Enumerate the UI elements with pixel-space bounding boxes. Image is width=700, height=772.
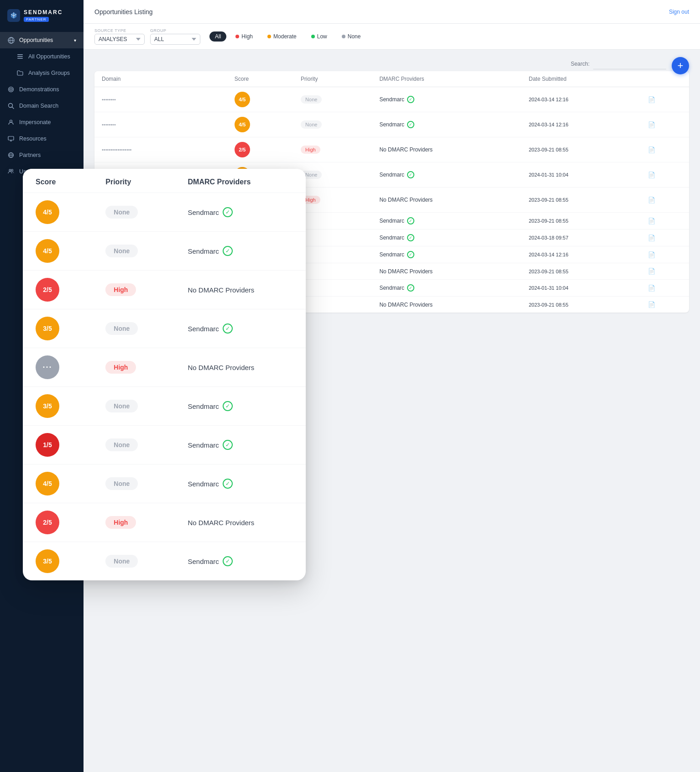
zoom-table-row: 4/5NoneSendmarc✓ <box>23 193 306 232</box>
zoom-cell-provider: Sendmarc✓ <box>175 387 306 426</box>
svg-point-18 <box>9 169 11 171</box>
cell-file[interactable]: 📄 <box>641 137 689 162</box>
group-select[interactable]: ALL <box>150 34 200 45</box>
cell-file[interactable]: 📄 <box>641 297 689 313</box>
priority-pills: All High Moderate Low None <box>209 31 366 42</box>
signout-link[interactable]: Sign out <box>669 9 689 15</box>
add-button[interactable]: + <box>672 57 689 74</box>
logo-icon <box>7 9 20 22</box>
zoom-table-row: 4/5NoneSendmarc✓ <box>23 464 306 503</box>
pill-moderate[interactable]: Moderate <box>262 31 302 42</box>
cell-file[interactable]: 📄 <box>641 188 689 213</box>
nav-label-analysis-groups: Analysis Groups <box>28 70 70 76</box>
col-score: Score <box>227 71 293 87</box>
file-icon[interactable]: 📄 <box>648 172 655 178</box>
cell-provider: Sendmarc✓ <box>372 162 521 188</box>
file-icon[interactable]: 📄 <box>648 197 655 203</box>
monitor-icon <box>7 135 15 142</box>
svg-rect-3 <box>17 54 23 55</box>
zoom-cell-provider: Sendmarc✓ <box>175 232 306 271</box>
table-row[interactable]: •••••••••••••••••2/5HighNo DMARC Provide… <box>94 137 689 162</box>
cell-file[interactable]: 📄 <box>641 112 689 137</box>
source-type-label: Source Type <box>94 28 145 33</box>
file-icon[interactable]: 📄 <box>648 96 655 103</box>
pill-high[interactable]: High <box>230 31 258 42</box>
pill-low[interactable]: Low <box>306 31 333 42</box>
zoom-table: Score Priority DMARC Providers 4/5NoneSe… <box>23 169 306 580</box>
cell-score: 4/5 <box>227 112 293 137</box>
zoom-cell-score: 2/5 <box>23 503 93 542</box>
filterbar: Source Type ANALYSES Group ALL All High … <box>84 24 700 50</box>
logo-text: SENDMARC <box>24 9 63 16</box>
file-icon[interactable]: 📄 <box>648 218 655 224</box>
pill-none[interactable]: None <box>336 31 366 42</box>
zoom-col-priority: Priority <box>93 169 175 193</box>
zoom-cell-priority: None <box>93 387 175 426</box>
sidebar-item-partners[interactable]: Partners <box>0 147 84 163</box>
zoom-table-row: 3/5NoneSendmarc✓ <box>23 309 306 348</box>
zoom-col-dmarc: DMARC Providers <box>175 169 306 193</box>
cell-file[interactable]: 📄 <box>641 263 689 280</box>
zoom-cell-score: 4/5 <box>23 232 93 271</box>
cell-file[interactable]: 📄 <box>641 87 689 112</box>
cell-score: 2/5 <box>227 137 293 162</box>
file-icon[interactable]: 📄 <box>648 251 655 258</box>
cell-domain: •••••••• <box>94 87 227 112</box>
page-title: Opportunities Listing <box>94 8 153 16</box>
zoom-cell-priority: None <box>93 193 175 232</box>
file-icon[interactable]: 📄 <box>648 235 655 241</box>
cell-provider: No DMARC Providers <box>372 188 521 213</box>
sidebar-item-all-opportunities[interactable]: All Opportunities <box>0 48 84 65</box>
none-dot <box>342 35 345 38</box>
cell-file[interactable]: 📄 <box>641 280 689 297</box>
list-icon <box>16 53 24 60</box>
cell-file[interactable]: 📄 <box>641 246 689 263</box>
svg-point-11 <box>10 120 12 122</box>
col-date-submitted: Date Submitted <box>522 71 641 87</box>
pill-all-label: All <box>215 33 221 40</box>
cell-file[interactable]: 📄 <box>641 213 689 230</box>
sidebar-item-opportunities[interactable]: Opportunities ▾ <box>0 32 84 48</box>
source-type-select[interactable]: ANALYSES <box>94 34 145 45</box>
sidebar-item-demonstrations[interactable]: Demonstrations <box>0 81 84 98</box>
group-filter: Group ALL <box>150 28 200 45</box>
cell-provider: Sendmarc✓ <box>372 246 521 263</box>
sidebar-item-domain-search[interactable]: Domain Search <box>0 98 84 114</box>
folder-icon <box>16 69 24 77</box>
file-icon[interactable]: 📄 <box>648 285 655 292</box>
nav-label-resources: Resources <box>19 136 47 142</box>
sidebar-item-analysis-groups[interactable]: Analysis Groups <box>0 65 84 81</box>
zoom-cell-provider: No DMARC Providers <box>175 348 306 387</box>
zoom-card: Score Priority DMARC Providers 4/5NoneSe… <box>23 169 306 580</box>
search-input[interactable] <box>593 61 666 69</box>
topbar: Opportunities Listing Sign out <box>84 0 700 24</box>
zoom-cell-score: 3/5 <box>23 542 93 581</box>
zoom-cell-priority: None <box>93 309 175 348</box>
cell-priority: None <box>293 87 372 112</box>
chevron-down-icon: ▾ <box>74 38 76 43</box>
pill-all[interactable]: All <box>209 31 226 42</box>
source-type-filter: Source Type ANALYSES <box>94 28 145 45</box>
file-icon[interactable]: 📄 <box>648 301 655 308</box>
file-icon[interactable]: 📄 <box>648 268 655 275</box>
file-icon[interactable]: 📄 <box>648 121 655 128</box>
zoom-table-row: 2/5HighNo DMARC Providers <box>23 271 306 309</box>
zoom-table-row: 1/5NoneSendmarc✓ <box>23 426 306 464</box>
zoom-cell-score: 4/5 <box>23 464 93 503</box>
cell-provider: No DMARC Providers <box>372 263 521 280</box>
file-icon[interactable]: 📄 <box>648 146 655 153</box>
table-row[interactable]: ••••••••4/5NoneSendmarc✓2024-03-14 12:16… <box>94 87 689 112</box>
cell-date: 2023-09-21 08:55 <box>522 137 641 162</box>
zoom-cell-priority: High <box>93 503 175 542</box>
cell-file[interactable]: 📄 <box>641 162 689 188</box>
zoom-cell-provider: Sendmarc✓ <box>175 309 306 348</box>
sidebar-item-impersonate[interactable]: Impersonate <box>0 114 84 130</box>
cell-file[interactable]: 📄 <box>641 230 689 246</box>
search-row: Search: <box>94 57 666 71</box>
sidebar-item-resources[interactable]: Resources <box>0 130 84 147</box>
globe2-icon <box>7 151 15 159</box>
cell-domain: •••••••• <box>94 112 227 137</box>
target-icon <box>7 86 15 93</box>
nav-label-all-opportunities: All Opportunities <box>28 53 70 60</box>
table-row[interactable]: ••••••••4/5NoneSendmarc✓2024-03-14 12:16… <box>94 112 689 137</box>
